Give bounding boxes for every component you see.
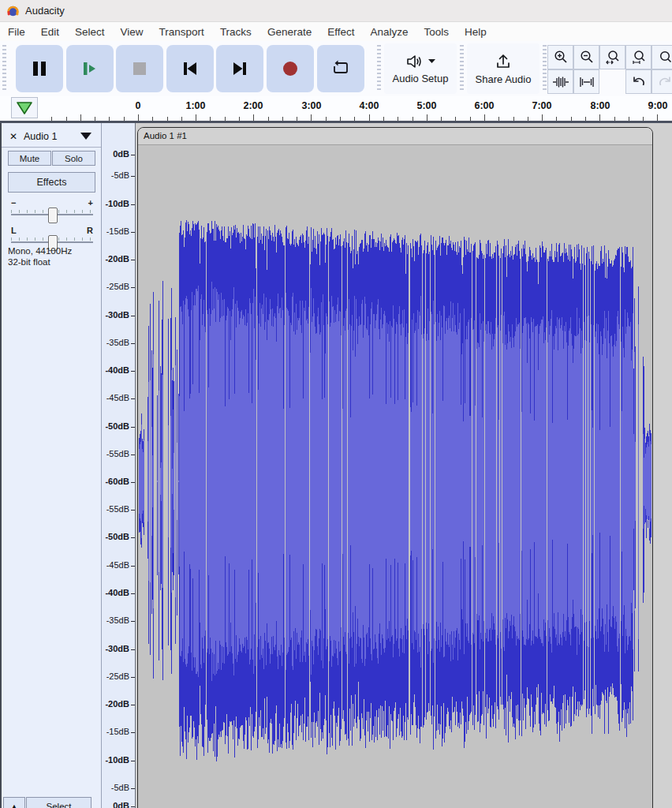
stop-icon — [131, 60, 148, 77]
track-format-label: 32-bit float — [8, 256, 72, 267]
db-ruler-tick — [131, 398, 135, 399]
db-ruler-label: -40dB — [105, 365, 129, 375]
gain-slider-thumb[interactable] — [48, 208, 58, 223]
menu-help[interactable]: Help — [457, 24, 495, 40]
timeline-tick — [484, 114, 485, 121]
menu-tracks[interactable]: Tracks — [212, 24, 259, 40]
share-audio-label: Share Audio — [476, 73, 532, 85]
timeline-label: 4:00 — [359, 100, 379, 111]
db-ruler-tick — [131, 705, 135, 705]
zoom-out-icon — [579, 50, 595, 65]
audio-setup-toolbar-grip[interactable] — [377, 45, 381, 92]
db-ruler-label: -35dB — [106, 615, 129, 625]
timeline-options-button[interactable] — [11, 97, 38, 118]
timeline-tick — [571, 117, 572, 121]
track-name[interactable]: Audio 1 — [24, 131, 57, 142]
menu-analyze[interactable]: Analyze — [362, 24, 416, 40]
pan-left-label: L — [11, 226, 17, 235]
db-ruler-tick — [131, 593, 135, 594]
db-ruler-label: -15dB — [106, 727, 129, 736]
timeline-tick — [51, 117, 52, 121]
trim-audio-button[interactable] — [547, 69, 573, 94]
track-close-button[interactable]: ✕ — [7, 130, 20, 143]
silence-audio-button[interactable] — [573, 69, 599, 94]
share-audio-button[interactable]: Share Audio — [467, 43, 539, 94]
gain-min-label: − — [11, 198, 16, 208]
share-audio-toolbar-grip[interactable] — [460, 45, 464, 92]
menu-view[interactable]: View — [113, 24, 151, 40]
audio-clip[interactable]: Audio 1 #1 — [137, 127, 653, 808]
db-ruler-tick — [131, 806, 135, 807]
menu-bar: File Edit Select View Transport Tracks G… — [0, 22, 672, 42]
zoom-out-button[interactable] — [573, 45, 599, 69]
timeline-tick — [383, 117, 384, 121]
fit-project-button[interactable] — [625, 45, 651, 69]
db-ruler-tick — [131, 788, 135, 789]
gain-slider[interactable]: − + — [9, 198, 95, 225]
zoom-to-selection-button[interactable] — [599, 45, 625, 69]
timeline-tick — [297, 117, 297, 121]
db-ruler-tick — [131, 761, 135, 761]
db-ruler-tick — [131, 176, 135, 177]
skip-to-start-button[interactable] — [166, 45, 214, 92]
track-menu-caret-icon[interactable] — [80, 133, 91, 140]
loop-button[interactable] — [317, 45, 364, 92]
timeline-tick — [225, 117, 226, 121]
effects-button[interactable]: Effects — [8, 172, 95, 193]
clip-title-bar[interactable]: Audio 1 #1 — [138, 128, 652, 145]
timeline-tick — [585, 117, 586, 121]
timeline-tick — [138, 114, 139, 121]
menu-generate[interactable]: Generate — [259, 24, 319, 40]
menu-edit[interactable]: Edit — [33, 24, 67, 40]
menu-select[interactable]: Select — [67, 24, 113, 40]
db-ruler[interactable]: 0dB-5dB-10dB-15dB-20dB-25dB-30dB-35dB-40… — [102, 123, 136, 808]
db-ruler-label: -5dB — [111, 170, 129, 180]
db-ruler-label: -45dB — [106, 560, 129, 570]
track-collapse-button[interactable]: ▲ — [3, 797, 25, 808]
db-ruler-tick — [131, 204, 135, 205]
mute-button[interactable]: Mute — [8, 151, 51, 166]
db-ruler-label: -30dB — [105, 310, 129, 320]
timeline-tick — [657, 114, 658, 121]
menu-transport[interactable]: Transport — [151, 24, 212, 40]
timeline-tick — [167, 117, 168, 121]
timeline-ruler[interactable]: 01:002:003:004:005:006:007:008:009:00 — [0, 96, 672, 123]
waveform-canvas[interactable] — [138, 145, 652, 808]
transport-toolbar-grip[interactable] — [2, 45, 6, 92]
undo-button[interactable] — [625, 69, 651, 94]
loop-region-triangle-icon — [16, 101, 33, 115]
menu-file[interactable]: File — [0, 24, 33, 40]
record-button[interactable] — [267, 45, 314, 92]
edit-toolbar-grip[interactable] — [543, 45, 547, 92]
db-ruler-label: -5dB — [111, 783, 129, 792]
menu-effect[interactable]: Effect — [319, 24, 362, 40]
audio-setup-button[interactable]: Audio Setup — [384, 43, 457, 94]
timeline-tick — [413, 117, 413, 121]
timeline-tick — [369, 114, 370, 121]
track-select-button[interactable]: Select — [26, 797, 91, 808]
audacity-logo-icon — [6, 4, 20, 17]
solo-button[interactable]: Solo — [52, 151, 95, 166]
db-ruler-tick — [131, 510, 135, 511]
db-ruler-tick — [131, 454, 135, 455]
track-rate-label: Mono, 44100Hz — [8, 245, 72, 256]
skip-to-end-button[interactable] — [216, 45, 263, 92]
db-ruler-label: -30dB — [105, 644, 129, 653]
stop-button[interactable] — [116, 45, 163, 92]
window-title: Audacity — [25, 5, 65, 17]
zoom-in-button[interactable] — [547, 45, 573, 69]
audacity-window: { "window": { "title": "Audacity" }, "me… — [0, 0, 672, 808]
play-button[interactable] — [66, 45, 114, 92]
waveform-icon — [138, 145, 652, 808]
timeline-label: 9:00 — [648, 100, 667, 111]
pause-button[interactable] — [16, 45, 63, 92]
timeline-label: 0 — [136, 100, 141, 111]
zoom-toggle-button[interactable] — [651, 45, 672, 69]
timeline-tick — [455, 117, 456, 121]
timeline-tick — [542, 114, 543, 121]
redo-button[interactable] — [651, 69, 672, 94]
menu-tools[interactable]: Tools — [416, 24, 457, 40]
audio-setup-label: Audio Setup — [393, 73, 449, 84]
db-ruler-label: -55dB — [106, 449, 129, 458]
db-ruler-label: -40dB — [105, 588, 129, 597]
